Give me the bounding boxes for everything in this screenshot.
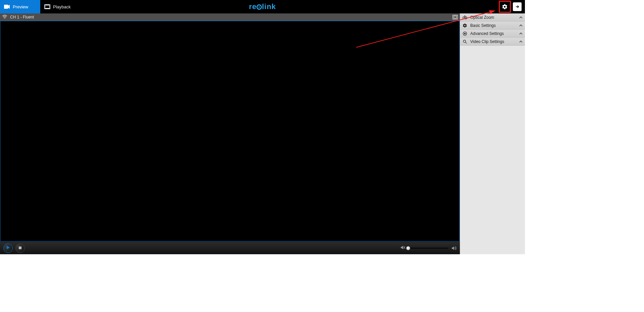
chevron-up-icon: [519, 16, 523, 19]
fullscreen-icon[interactable]: [452, 15, 458, 19]
sidebar-item-optical-zoom[interactable]: Optical Zoom: [460, 13, 525, 21]
svg-point-11: [4, 18, 5, 19]
tab-preview[interactable]: Preview: [0, 0, 40, 13]
zoom-icon: [462, 15, 468, 20]
svg-rect-7: [50, 5, 50, 6]
tab-playback[interactable]: Playback: [40, 0, 80, 13]
arrow-right-icon: [515, 4, 520, 9]
svg-rect-13: [454, 16, 457, 18]
tab-playback-label: Playback: [53, 4, 71, 9]
svg-rect-4: [45, 6, 45, 7]
top-bar-right: [499, 0, 525, 13]
sidebar-item-label: Basic Settings: [470, 23, 496, 28]
film-icon: [44, 4, 50, 10]
svg-rect-2: [45, 5, 49, 8]
sidebar-item-video-clip-settings[interactable]: Video Clip Settings: [460, 38, 525, 46]
mute-button[interactable]: [400, 245, 406, 251]
svg-rect-8: [50, 6, 50, 7]
wifi-icon: [2, 15, 7, 20]
top-bar-spacer: [80, 0, 499, 13]
camera-icon: [4, 4, 10, 10]
gear-icon: [502, 4, 508, 10]
settings-sidebar: Optical Zoom Basic Settings: [460, 13, 525, 254]
tab-preview-label: Preview: [13, 4, 28, 9]
sidebar-item-advanced-settings[interactable]: Advanced Settings: [460, 30, 525, 38]
stop-icon: [18, 246, 22, 251]
middle-row: CH 1 - Fluent: [0, 13, 525, 254]
advanced-icon: [462, 31, 468, 36]
chevron-up-icon: [519, 40, 523, 43]
settings-highlight-box: [499, 1, 511, 13]
svg-rect-14: [19, 247, 21, 249]
stop-button[interactable]: [15, 243, 25, 253]
volume-slider[interactable]: [408, 248, 448, 249]
chevron-up-icon: [519, 32, 523, 35]
svg-rect-3: [45, 5, 45, 6]
svg-line-22: [465, 42, 467, 43]
player-bar: [0, 241, 460, 254]
play-icon: [6, 246, 10, 251]
svg-rect-10: [50, 8, 50, 9]
svg-rect-0: [4, 5, 8, 9]
mute-icon: [400, 245, 406, 251]
sidebar-item-label: Advanced Settings: [470, 31, 504, 36]
speaker-icon: [451, 246, 457, 251]
channel-bar: CH 1 - Fluent: [0, 13, 460, 21]
svg-rect-9: [50, 7, 50, 8]
sidebar-item-label: Video Clip Settings: [470, 39, 504, 44]
channel-label: CH 1 - Fluent: [10, 15, 34, 19]
sidebar-item-basic-settings[interactable]: Basic Settings: [460, 21, 525, 30]
volume-thumb[interactable]: [406, 246, 410, 250]
clip-icon: [462, 39, 468, 44]
svg-point-20: [464, 33, 466, 34]
sidebar-item-label: Optical Zoom: [470, 15, 494, 20]
svg-rect-12: [453, 15, 458, 19]
gear-icon: [462, 23, 468, 28]
svg-rect-5: [45, 7, 45, 8]
play-button[interactable]: [3, 243, 13, 253]
logout-button[interactable]: [513, 2, 522, 11]
video-column: CH 1 - Fluent: [0, 13, 460, 254]
top-bar: Preview Playback: [0, 0, 525, 13]
video-view[interactable]: [0, 21, 460, 241]
chevron-up-icon: [519, 24, 523, 27]
svg-rect-6: [45, 8, 45, 9]
settings-button[interactable]: [500, 2, 509, 11]
